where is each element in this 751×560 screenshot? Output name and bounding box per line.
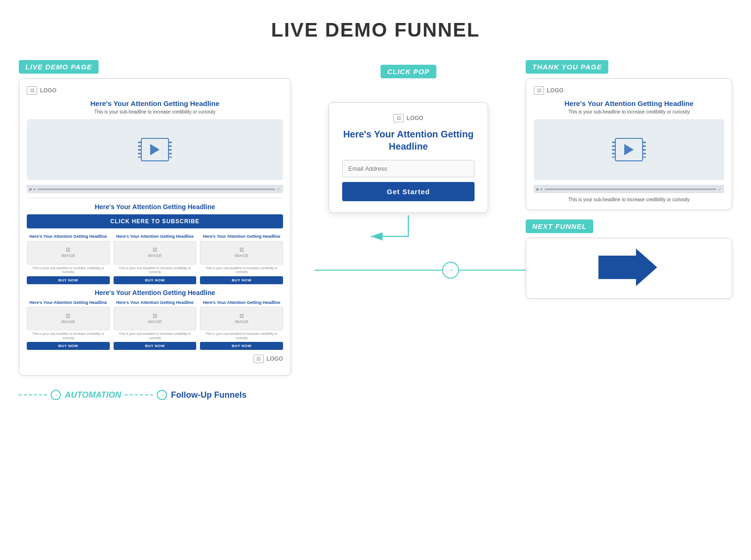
right-video-controls: ▶ ● ⤢ [534, 185, 724, 193]
video-controls: ▶ ● ⤢ [27, 185, 283, 193]
thank-you-page-label: THANK YOU PAGE [526, 60, 608, 74]
product-img-1: 🖼 IMAGE [27, 241, 110, 265]
get-started-button[interactable]: Get Started [342, 182, 475, 201]
thank-you-card: 🖼 LOGO Here's Your Attention Getting Hea… [526, 78, 732, 210]
right-subheadline: This is your sub-headline to increase cr… [534, 109, 724, 114]
bottom-logo-icon: 🖼 [253, 355, 264, 363]
automation-row: → AUTOMATION → Follow-Up Funnels [19, 390, 291, 400]
email-input[interactable] [342, 160, 475, 177]
product-item-6: Here's Your Attention Getting Headline 🖼… [200, 300, 283, 350]
right-expand-icon: ⤢ [718, 187, 721, 191]
product-desc-2: This is your sub-headline to increase cr… [114, 266, 197, 274]
image-label-1: IMAGE [61, 253, 76, 258]
bottom-logo: 🖼 LOGO [253, 355, 283, 363]
product-img-5: 🖼 IMAGE [114, 307, 197, 330]
live-demo-page-label: LIVE DEMO PAGE [19, 60, 99, 74]
divider-1 [27, 198, 283, 198]
logo-text: LOGO [40, 87, 56, 94]
buy-now-4[interactable]: BUY NOW [27, 342, 110, 350]
popup-logo-text: LOGO [406, 115, 423, 121]
funnel-container: LIVE DEMO PAGE 🖼 LOGO Here's Your Attent… [19, 60, 732, 400]
image-label-5: IMAGE [148, 319, 162, 324]
product-desc-6: This is your sub-headline to increase cr… [200, 332, 283, 340]
attention-headline-2: Here's Your Attention Getting Headline [27, 289, 283, 296]
image-icon-3: 🖼 [239, 247, 244, 252]
image-label-6: IMAGE [235, 319, 249, 324]
right-video-ctrl: ▶ ● [536, 187, 543, 191]
product-title-2: Here's Your Attention Getting Headline [114, 234, 197, 239]
product-title-1: Here's Your Attention Getting Headline [27, 234, 110, 239]
product-item-2: Here's Your Attention Getting Headline 🖼… [114, 234, 197, 284]
card-headline: Here's Your Attention Getting Headline [27, 99, 283, 107]
image-icon-4: 🖼 [66, 313, 70, 318]
product-title-5: Here's Your Attention Getting Headline [114, 300, 197, 305]
right-bottom-subheadline: This is your sub-headline to increase cr… [534, 197, 724, 202]
product-title-4: Here's Your Attention Getting Headline [27, 300, 110, 305]
video-placeholder [27, 119, 283, 180]
video-icon [141, 138, 169, 161]
card-subheadline: This is your sub-headline to increase cr… [27, 109, 283, 114]
click-pop-card: 🖼 LOGO Here's Your Attention Getting Hea… [329, 102, 488, 213]
video-expand-icon: ⤢ [277, 187, 280, 191]
products-row-2: Here's Your Attention Getting Headline 🖼… [27, 300, 283, 350]
products-section-1: Here's Your Attention Getting Headline 🖼… [27, 234, 283, 284]
product-item-4: Here's Your Attention Getting Headline 🖼… [27, 300, 110, 350]
play-icon [150, 144, 160, 155]
bottom-logo-text: LOGO [267, 356, 283, 362]
product-desc-1: This is your sub-headline to increase cr… [27, 266, 110, 274]
automation-text: AUTOMATION [65, 390, 121, 400]
big-arrow-svg [598, 246, 659, 288]
page-wrapper: LIVE DEMO FUNNEL LIVE DEMO PAGE 🖼 LOGO H… [19, 19, 732, 400]
image-label-4: IMAGE [61, 319, 76, 324]
right-logo-text: LOGO [547, 87, 563, 94]
product-desc-4: This is your sub-headline to increase cr… [27, 332, 110, 340]
arrow-connector [319, 213, 498, 241]
product-img-6: 🖼 IMAGE [200, 307, 283, 330]
image-icon-1: 🖼 [66, 247, 70, 252]
products-row-1: Here's Your Attention Getting Headline 🖼… [27, 234, 283, 284]
buy-now-6[interactable]: BUY NOW [200, 342, 283, 350]
right-headline: Here's Your Attention Getting Headline [534, 99, 724, 107]
big-arrow-container [598, 246, 659, 290]
main-title: LIVE DEMO FUNNEL [19, 19, 732, 41]
flow-circle: → [442, 262, 459, 279]
product-item-1: Here's Your Attention Getting Headline 🖼… [27, 234, 110, 284]
buy-now-2[interactable]: BUY NOW [114, 276, 197, 284]
product-desc-5: This is your sub-headline to increase cr… [114, 332, 197, 340]
products-section-2: Here's Your Attention Getting Headline 🖼… [27, 300, 283, 350]
click-pop-label: CLICK POP [381, 65, 437, 78]
logo-icon: 🖼 [27, 86, 37, 95]
buy-now-1[interactable]: BUY NOW [27, 276, 110, 284]
video-ctrl-icons: ▶ ● [30, 187, 36, 191]
subscribe-button[interactable]: CLICK HERE TO SUBSCRIBE [27, 214, 283, 228]
logo-row: 🖼 LOGO [27, 86, 283, 95]
buy-now-5[interactable]: BUY NOW [114, 342, 197, 350]
next-funnel-card [526, 238, 732, 299]
product-desc-3: This is your sub-headline to increase cr… [200, 266, 283, 274]
right-play-icon [624, 144, 634, 155]
followup-text: Follow-Up Funnels [171, 390, 246, 400]
right-logo-row: 🖼 LOGO [534, 86, 724, 95]
right-logo-icon: 🖼 [534, 86, 544, 95]
image-icon-2: 🖼 [153, 247, 157, 252]
dot-circle-1: → [51, 390, 61, 400]
image-icon-6: 🖼 [239, 313, 244, 318]
live-demo-page-card: 🖼 LOGO Here's Your Attention Getting Hea… [19, 78, 291, 376]
next-funnel-label: NEXT FUNNEL [526, 219, 593, 233]
product-img-3: 🖼 IMAGE [200, 241, 283, 265]
product-title-3: Here's Your Attention Getting Headline [200, 234, 283, 239]
dotted-line-2 [125, 394, 153, 395]
dotted-line-1 [19, 394, 47, 395]
connector-svg [361, 213, 455, 241]
product-title-6: Here's Your Attention Getting Headline [200, 300, 283, 305]
attention-headline: Here's Your Attention Getting Headline [27, 203, 283, 211]
product-item-5: Here's Your Attention Getting Headline 🖼… [114, 300, 197, 350]
bottom-logo-row: 🖼 LOGO [27, 355, 283, 368]
right-video-icon [615, 138, 643, 161]
buy-now-3[interactable]: BUY NOW [200, 276, 283, 284]
product-img-2: 🖼 IMAGE [114, 241, 197, 265]
dot-circle-2: → [157, 390, 167, 400]
image-label-3: IMAGE [235, 253, 249, 258]
center-section: CLICK POP 🖼 LOGO Here's Your Attention G… [319, 60, 498, 241]
svg-marker-1 [598, 249, 657, 286]
